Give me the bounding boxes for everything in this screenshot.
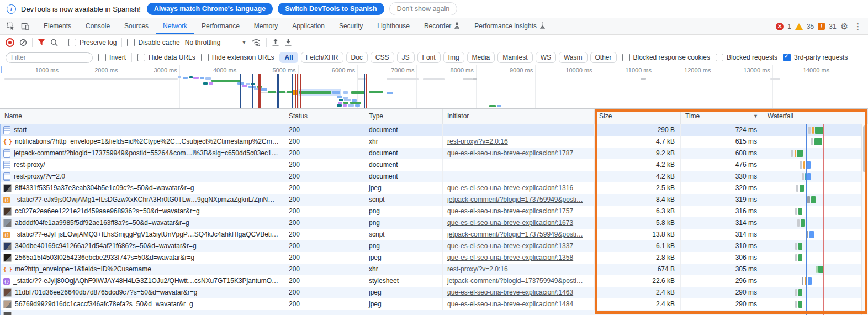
table-row[interactable]: ( )_static/??-eJyFjsEOwjAMQ3+ILhsSmjggPg… xyxy=(0,229,868,240)
column-header-size[interactable]: Size xyxy=(595,109,681,124)
device-toolbar-icon[interactable] xyxy=(18,18,32,34)
filter-chip-other[interactable]: Other xyxy=(590,52,617,63)
clear-network-log-icon[interactable] xyxy=(19,39,27,46)
filter-chip-ws[interactable]: WS xyxy=(536,52,556,63)
column-header-initiator[interactable]: Initiator xyxy=(443,109,595,124)
filter-chip-all[interactable]: All xyxy=(279,52,298,63)
tab-lighthouse[interactable]: Lighthouse xyxy=(370,18,417,34)
blocked-requests-checkbox-box[interactable] xyxy=(716,54,723,61)
name-cell[interactable]: rest-proxy/ xyxy=(0,159,284,171)
tab-elements[interactable]: Elements xyxy=(36,18,78,34)
table-row[interactable]: rest-proxy/?v=2.0200document4.2 kB330 ms xyxy=(0,171,868,182)
tab-application[interactable]: Application xyxy=(285,18,332,34)
overview-brush-handle[interactable] xyxy=(1,66,2,74)
table-row[interactable]: 11dbf701d36ee26640db7d8765dcd9c7?s=50&d=… xyxy=(0,287,868,298)
name-cell[interactable]: rest-proxy/?v=2.0 xyxy=(0,171,284,182)
column-header-name[interactable]: Name xyxy=(0,109,284,124)
table-row[interactable]: { }_static/??-eJylj80OgjAQhF9IWJAY48H4LG… xyxy=(0,275,868,287)
name-cell[interactable]: jetpack-comment/?blogid=173759949&postid… xyxy=(0,148,284,159)
column-header-status[interactable]: Status xyxy=(284,109,364,124)
vertical-scrollbar[interactable] xyxy=(861,124,868,315)
blocked-cookies-checkbox-box[interactable] xyxy=(622,54,630,61)
tab-memory[interactable]: Memory xyxy=(247,18,285,34)
initiator-link[interactable]: que-es-el-seo-una-breve-explicacion/:175… xyxy=(447,206,590,217)
error-badge-icon[interactable]: ✕ xyxy=(776,23,784,30)
name-cell[interactable]: { }me?http_envelope=1&fields=ID%2Cuserna… xyxy=(0,264,284,275)
initiator-link[interactable]: que-es-el-seo-una-breve-explicacion/:167… xyxy=(447,217,590,229)
table-row[interactable]: rest-proxy/200document4.2 kB476 ms xyxy=(0,159,868,171)
network-conditions-icon[interactable] xyxy=(251,38,261,46)
initiator-link[interactable]: que-es-el-seo-una-breve-explicacion/:131… xyxy=(447,182,590,194)
disable-cache-checkbox[interactable]: Disable cache xyxy=(127,39,179,46)
initiator-link[interactable]: rest-proxy/?v=2.0:16 xyxy=(447,136,590,148)
filter-chip-fetch-xhr[interactable]: Fetch/XHR xyxy=(301,52,343,63)
third-party-requests-checkbox-box[interactable] xyxy=(783,54,791,61)
initiator-link[interactable]: jetpack-comment/?blogid=173759949&posti… xyxy=(447,275,590,287)
match-language-button[interactable]: Always match Chrome's language xyxy=(147,3,273,15)
name-cell[interactable]: cc027e2ea6ee1221e21d459aae968936?s=50&d=… xyxy=(0,206,284,217)
column-header-time[interactable]: Time▼ xyxy=(681,109,763,124)
filter-chip-wasm[interactable]: Wasm xyxy=(559,52,588,63)
initiator-link[interactable]: jetpack-comment/?blogid=173759949&posti… xyxy=(447,194,590,206)
table-row[interactable]: { }me?http_envelope=1&fields=ID%2Cuserna… xyxy=(0,264,868,275)
name-cell[interactable]: 56769d9929d16dc1caccf346afc78efa?s=50&d=… xyxy=(0,298,284,310)
name-cell[interactable]: 8ff4331f53519a37e3eab304b5e1c09c?s=50&d=… xyxy=(0,182,284,194)
filter-input[interactable] xyxy=(6,53,93,63)
disable-cache-checkbox-box[interactable] xyxy=(127,39,135,46)
preserve-log-checkbox[interactable]: Preserve log xyxy=(68,39,117,46)
name-cell[interactable]: { }_static/??-eJylj80OgjAQhF9IWJAY48H4LG… xyxy=(0,275,284,287)
table-row[interactable]: 56769d9929d16dc1caccf346afc78efa?s=50&d=… xyxy=(0,298,868,310)
name-cell[interactable]: 340dbe40169c941266a21d54af21f686?s=50&d=… xyxy=(0,240,284,252)
invert-checkbox-box[interactable] xyxy=(98,54,106,61)
filter-chip-css[interactable]: CSS xyxy=(371,52,394,63)
column-header-type[interactable]: Type xyxy=(364,109,443,124)
tab-network[interactable]: Network xyxy=(156,18,194,34)
initiator-link[interactable]: que-es-el-seo-una-breve-explicacion/:135… xyxy=(447,252,590,264)
name-cell[interactable]: abdddf04fe1aa9985f5df92ae163ff8a?s=50&d=… xyxy=(0,217,284,229)
tab-performance[interactable]: Performance xyxy=(194,18,247,34)
tab-performance-insights[interactable]: Performance insights xyxy=(467,18,553,34)
filter-chip-doc[interactable]: Doc xyxy=(346,52,368,63)
issues-badge-icon[interactable]: ! xyxy=(818,23,825,30)
tab-console[interactable]: Console xyxy=(78,18,117,34)
throttling-dropdown[interactable]: No throttling ▼ xyxy=(185,39,247,46)
filter-funnel-icon[interactable] xyxy=(38,39,45,46)
filter-chip-media[interactable]: Media xyxy=(467,52,495,63)
name-cell[interactable]: 11dbf701d36ee26640db7d8765dcd9c7?s=50&d=… xyxy=(0,287,284,298)
initiator-link[interactable]: que-es-el-seo-una-breve-explicacion/:133… xyxy=(447,240,590,252)
tab-security[interactable]: Security xyxy=(332,18,370,34)
name-cell[interactable]: start xyxy=(0,124,284,136)
preserve-log-checkbox-box[interactable] xyxy=(68,39,76,46)
blocked-cookies-checkbox[interactable]: Blocked response cookies xyxy=(622,54,710,61)
table-row[interactable]: 340dbe40169c941266a21d54af21f686?s=50&d=… xyxy=(0,240,868,252)
invert-checkbox[interactable]: Invert xyxy=(98,54,126,61)
hide-extension-urls-checkbox-box[interactable] xyxy=(201,54,209,61)
initiator-link[interactable]: jetpack-comment/?blogid=173759949&posti… xyxy=(447,229,590,240)
table-row[interactable]: abdddf04fe1aa9985f5df92ae163ff8a?s=50&d=… xyxy=(0,217,868,229)
filter-chip-js[interactable]: JS xyxy=(397,52,415,63)
blocked-requests-checkbox[interactable]: Blocked requests xyxy=(716,54,777,61)
column-header-waterfall[interactable]: Waterfall xyxy=(763,109,868,124)
name-cell[interactable]: { }notifications/?http_envelope=1&fields… xyxy=(0,136,284,148)
record-network-log-button[interactable] xyxy=(6,38,14,47)
name-cell[interactable]: ( )_static/??-eJyFjsEOwjAMQ3+ILhsSmjggPg… xyxy=(0,229,284,240)
warning-badge-icon[interactable] xyxy=(795,23,803,30)
search-icon[interactable] xyxy=(50,39,58,46)
export-har-icon[interactable] xyxy=(284,38,292,46)
scrollbar-thumb[interactable] xyxy=(863,125,867,172)
switch-spanish-button[interactable]: Switch DevTools to Spanish xyxy=(278,3,384,15)
tab-sources[interactable]: Sources xyxy=(117,18,156,34)
table-row[interactable]: { }notifications/?http_envelope=1&fields… xyxy=(0,136,868,148)
filter-chip-manifest[interactable]: Manifest xyxy=(497,52,532,63)
initiator-link[interactable]: que-es-el-seo-una-breve-explicacion/:146… xyxy=(447,287,590,298)
name-cell[interactable]: 2565a15f4503f0254236ebcbe2933f74?s=50&d=… xyxy=(0,252,284,264)
hide-extension-urls-checkbox[interactable]: Hide extension URLs xyxy=(201,54,274,61)
more-options-icon[interactable]: ⋮ xyxy=(852,22,864,32)
table-row-partial[interactable] xyxy=(0,310,868,315)
name-cell[interactable]: ( )_static/??-eJx9js0OwjAMg1+ILsDGzwXxKC… xyxy=(0,194,284,206)
table-row[interactable]: cc027e2ea6ee1221e21d459aae968936?s=50&d=… xyxy=(0,206,868,217)
dont-show-again-button[interactable]: Don't show again xyxy=(389,2,458,15)
hide-data-urls-checkbox-box[interactable] xyxy=(137,54,145,61)
network-overview-timeline[interactable]: 1000 ms2000 ms3000 ms4000 ms5000 ms6000 … xyxy=(0,65,868,109)
initiator-link[interactable]: que-es-el-seo-una-breve-explicacion/:148… xyxy=(447,298,590,310)
